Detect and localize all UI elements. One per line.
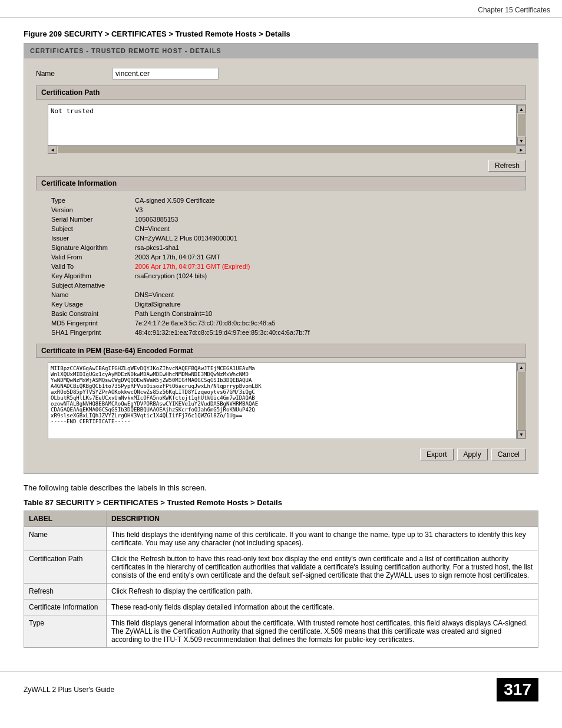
figure-caption-text: Figure 209 SECURITY > CERTIFICATES > Tru… (24, 29, 290, 38)
cert-info-row: Signature Algorithmrsa-pkcs1-sha1 (49, 243, 537, 252)
cert-info-row: Key AlgorithmrsaEncryption (1024 bits) (49, 272, 537, 280)
refresh-row: Refresh (36, 160, 526, 172)
cert-info-row: NameDNS=Vincent (49, 291, 537, 299)
col-desc-header: DESCRIPTION (107, 511, 538, 527)
pem-area: MIIBpzCCAVGgAwIBAgIFGHZLqWEvDQYJKoZIhvcN… (48, 363, 526, 439)
cert-info-value: V3 (133, 206, 537, 214)
cert-info-label: Issuer (49, 234, 131, 242)
desc-label-cell: Certification Path (24, 551, 107, 584)
desc-value-cell: Click the Refresh button to have this re… (107, 551, 538, 584)
cert-info-row: TypeCA-signed X.509 Certificate (49, 196, 537, 205)
cert-info-label: SHA1 Fingerprint (49, 328, 131, 337)
vscroll-down-arrow[interactable]: ▼ (517, 137, 525, 145)
table-caption: Table 87 SECURITY > CERTIFICATES > Trust… (24, 498, 538, 507)
pem-vscroll-down[interactable]: ▼ (517, 430, 525, 439)
pem-vscroll[interactable]: ▲ ▼ (517, 363, 526, 439)
cert-info-row: Subject Alternative (49, 281, 537, 289)
desc-table-row: TypeThis field displays general informat… (24, 615, 538, 648)
cert-info-value: DNS=Vincent (133, 291, 537, 299)
cert-info-value (133, 281, 537, 289)
cert-info-row: Serial Number105063885153 (49, 215, 537, 223)
figure-caption: Figure 209 SECURITY > CERTIFICATES > Tru… (24, 29, 538, 38)
cert-info-value: 48:4c:91:32:e1:ea:7d:c8:c5:19:d4:97:ee:8… (133, 328, 537, 337)
cert-info-row: Basic ConstraintPath Length Constraint=1… (49, 309, 537, 318)
name-row: Name (36, 68, 526, 80)
desc-table-row: Certificate InformationThese read-only f… (24, 599, 538, 615)
cert-info-value: CN=ZyWALL 2 Plus 001349000001 (133, 234, 537, 242)
desc-value-cell: This field displays the identifying name… (107, 527, 538, 551)
chapter-title: Chapter 15 Certificates (478, 6, 550, 14)
cert-info-row: IssuerCN=ZyWALL 2 Plus 001349000001 (49, 234, 537, 242)
cancel-button[interactable]: Cancel (491, 449, 526, 460)
name-input[interactable] (113, 68, 219, 80)
hscroll-left-arrow[interactable]: ◄ (48, 146, 57, 154)
cert-info-value: CA-signed X.509 Certificate (133, 196, 537, 205)
export-button[interactable]: Export (420, 449, 454, 460)
cert-info-label: Subject (49, 225, 131, 233)
col-label-header: LABEL (24, 511, 107, 527)
vscroll-thumb (518, 114, 525, 136)
cert-info-value: rsaEncryption (1024 bits) (133, 272, 537, 280)
cert-path-scrollbar-container: Not trusted ▲ ▼ (48, 104, 526, 146)
page-header: Chapter 15 Certificates (0, 0, 562, 18)
hscroll-track (58, 146, 516, 153)
cert-info-row: VersionV3 (49, 206, 537, 214)
apply-button[interactable]: Apply (457, 449, 488, 460)
cert-info-section-header: Certificate Information (36, 176, 526, 190)
cert-info-label: Basic Constraint (49, 309, 131, 318)
cert-info-label: Serial Number (49, 215, 131, 223)
hscroll-right-arrow[interactable]: ► (517, 146, 526, 154)
cert-path-vscroll[interactable]: ▲ ▼ (517, 104, 526, 146)
pem-scroll-thumb (518, 372, 525, 430)
pem-text: MIIBpzCCAVGgAwIBAgIFGHZLqWEvDQYJKoZIhvcN… (48, 363, 517, 439)
page-footer: ZyWALL 2 Plus User's Guide 317 (0, 671, 562, 707)
desc-label-cell: Certificate Information (24, 599, 107, 615)
pem-section-header: Certificate in PEM (Base-64) Encoded For… (36, 344, 526, 358)
cert-info-table: TypeCA-signed X.509 CertificateVersionV3… (48, 195, 538, 338)
cert-info-value: 2003 Apr 17th, 04:07:31 GMT (133, 253, 537, 261)
cert-info-label: Signature Algorithm (49, 243, 131, 252)
desc-table-row: RefreshClick Refresh to display the cert… (24, 584, 538, 599)
cert-info-value: DigitalSignature (133, 300, 537, 308)
description-table: LABEL DESCRIPTION NameThis field display… (24, 510, 538, 648)
cert-info-row: Key UsageDigitalSignature (49, 300, 537, 308)
cert-info-label: Valid To (49, 262, 131, 271)
name-label: Name (36, 70, 113, 78)
desc-label-cell: Name (24, 527, 107, 551)
cert-info-label: MD5 Fingerprint (49, 319, 131, 327)
screenshot-box: CERTIFICATES - TRUSTED REMOTE HOST - DET… (24, 43, 538, 474)
refresh-button[interactable]: Refresh (488, 160, 526, 172)
cert-path-hscroll[interactable]: ◄ ► (48, 146, 526, 155)
pem-container: MIIBpzCCAVGgAwIBAgIFGHZLqWEvDQYJKoZIhvcN… (48, 363, 526, 439)
cert-info-value: 2006 Apr 17th, 04:07:31 GMT (Expired!) (133, 262, 537, 271)
cert-info-label: Valid From (49, 253, 131, 261)
cert-info-value: rsa-pkcs1-sha1 (133, 243, 537, 252)
screen-content: Name Certification Path Not trusted ▲ ▼ (24, 58, 538, 473)
cert-info-row: SHA1 Fingerprint48:4c:91:32:e1:ea:7d:c8:… (49, 328, 537, 337)
desc-value-cell: Click Refresh to display the certificati… (107, 584, 538, 599)
cert-info-label: Type (49, 196, 131, 205)
cert-info-label: Subject Alternative (49, 281, 131, 289)
cert-path-content: Not trusted (51, 107, 94, 115)
cert-info-value: 105063885153 (133, 215, 537, 223)
cert-info-row: SubjectCN=Vincent (49, 225, 537, 233)
vscroll-up-arrow[interactable]: ▲ (517, 105, 525, 113)
footer-left: ZyWALL 2 Plus User's Guide (24, 686, 114, 694)
desc-value-cell: This field displays general information … (107, 615, 538, 648)
bottom-buttons: Export Apply Cancel (36, 445, 526, 464)
desc-table-row: NameThis field displays the identifying … (24, 527, 538, 551)
screen-title: CERTIFICATES - TRUSTED REMOTE HOST - DET… (24, 44, 538, 58)
pem-vscroll-up[interactable]: ▲ (517, 363, 525, 371)
desc-value-cell: These read-only fields display detailed … (107, 599, 538, 615)
following-text: The following table describes the labels… (24, 483, 538, 492)
cert-path-section-header: Certification Path (36, 85, 526, 100)
page-number: 317 (497, 678, 538, 701)
cert-info-label: Version (49, 206, 131, 214)
cert-info-row: MD5 Fingerprint7e:24:17:2e:6a:e3:5c:73:c… (49, 319, 537, 327)
cert-info-row: Valid To2006 Apr 17th, 04:07:31 GMT (Exp… (49, 262, 537, 271)
cert-info-row: Valid From2003 Apr 17th, 04:07:31 GMT (49, 253, 537, 261)
desc-table-row: Certification PathClick the Refresh butt… (24, 551, 538, 584)
cert-path-text: Not trusted (48, 104, 517, 146)
cert-path-area: Not trusted ▲ ▼ ◄ ► (48, 104, 526, 155)
desc-label-cell: Type (24, 615, 107, 648)
